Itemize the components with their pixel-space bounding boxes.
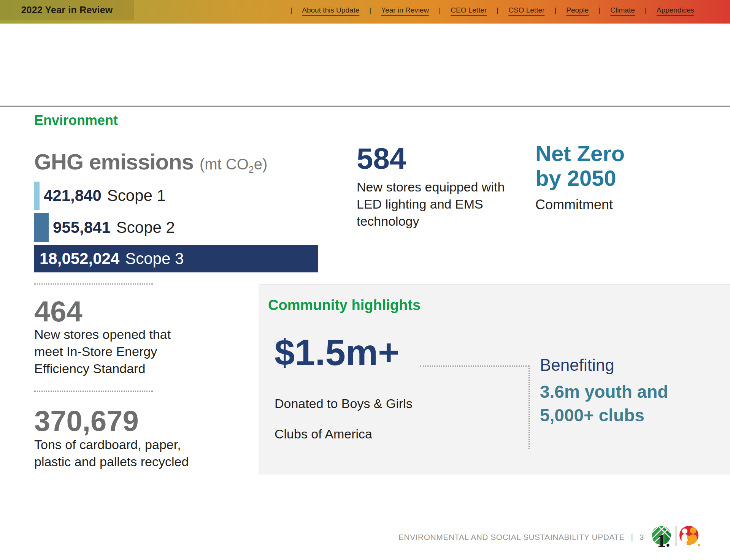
community-heading: Community highlights	[268, 297, 421, 313]
net-zero-caption: Commitment	[535, 197, 613, 213]
nav-link-ceo-letter[interactable]: CEO Letter	[451, 6, 487, 14]
ghg-unit: (mt CO2e)	[200, 156, 267, 175]
dotted-connector-horizontal	[420, 365, 529, 367]
section-divider	[0, 106, 730, 107]
nav-separator: |	[497, 6, 498, 14]
page-number: 3	[640, 533, 644, 541]
scope1-label: Scope 1	[107, 187, 166, 205]
nav-link-appendices[interactable]: Appendices	[657, 6, 694, 14]
family-dollar-logo	[679, 525, 701, 551]
top-bar: 2022 Year in Review | About this Update …	[0, 0, 730, 24]
ghg-bar-row-scope3: 18,052,024 Scope 3	[34, 245, 318, 272]
scope2-value: 955,841	[53, 218, 111, 237]
footer-label: ENVIRONMENTAL AND SOCIAL SUSTAINABILITY …	[398, 533, 625, 541]
stat-led-desc: New stores equipped with LED lighting an…	[357, 179, 505, 230]
net-zero-heading: Net Zero by 2050	[535, 141, 625, 191]
stat-led-value: 584	[357, 144, 406, 173]
top-navigation: | About this Update | Year in Review | C…	[289, 0, 703, 20]
footer: ENVIRONMENTAL AND SOCIAL SUSTAINABILITY …	[398, 533, 644, 542]
dotted-connector-vertical	[528, 365, 530, 449]
stat-new-stores-value: 464	[34, 297, 83, 326]
dotted-divider	[34, 391, 153, 392]
donation-description: Donated to Boys & Girls Clubs of America	[275, 388, 413, 449]
nav-link-cso-letter[interactable]: CSO Letter	[508, 6, 544, 14]
benefit-stats: 3.6m youth and 5,000+ clubs	[540, 380, 668, 427]
ghg-bar-row-scope2: 955,841 Scope 2	[34, 213, 175, 242]
nav-link-about-this-update[interactable]: About this Update	[302, 6, 359, 14]
net-zero-line2: by 2050	[535, 166, 625, 191]
dotted-divider	[34, 283, 153, 285]
ghg-emissions-title: GHG emissions (mt CO2e)	[34, 149, 267, 175]
nav-separator: |	[439, 6, 441, 14]
scope3-value: 18,052,024	[40, 250, 119, 268]
donation-amount: $1.5m+	[275, 334, 399, 371]
stat-new-stores-desc: New stores opened that meet In-Store Ene…	[34, 326, 175, 377]
donation-line2: Clubs of America	[275, 419, 413, 449]
stat-recycled-value: 370,679	[34, 407, 139, 435]
stat-recycled-desc: Tons of cardboard, paper, plastic and pa…	[34, 436, 213, 470]
scope1-value: 421,840	[44, 187, 102, 205]
scope1-bar	[34, 182, 40, 210]
nav-separator: |	[645, 6, 647, 14]
nav-separator: |	[598, 6, 600, 14]
nav-link-people[interactable]: People	[566, 6, 589, 14]
donation-line1: Donated to Boys & Girls	[275, 388, 413, 419]
benefit-line1: 3.6m youth and	[540, 380, 668, 403]
environment-section-label: Environment	[34, 112, 118, 128]
net-zero-line1: Net Zero	[535, 141, 625, 166]
dollar-tree-logo: 1.	[651, 525, 673, 551]
svg-text:1.: 1.	[657, 531, 670, 549]
nav-separator: |	[369, 6, 371, 14]
logo-divider	[676, 526, 676, 546]
benefiting-label: Benefiting	[540, 356, 614, 375]
report-title: 2022 Year in Review	[21, 5, 113, 16]
ghg-title-text: GHG emissions	[34, 149, 194, 174]
scope2-bar	[34, 213, 49, 242]
footer-separator: |	[631, 533, 633, 541]
scope3-label: Scope 3	[125, 250, 184, 268]
report-title-box: 2022 Year in Review	[0, 0, 134, 20]
ghg-unit-subscript: 2	[249, 164, 254, 175]
scope2-label: Scope 2	[116, 218, 175, 237]
benefit-line2: 5,000+ clubs	[540, 403, 668, 427]
nav-link-climate[interactable]: Climate	[610, 6, 635, 14]
report-page: 2022 Year in Review | About this Update …	[0, 0, 730, 560]
ghg-bar-row-scope1: 421,840 Scope 1	[34, 182, 166, 210]
nav-separator: |	[554, 6, 556, 14]
nav-link-year-in-review[interactable]: Year in Review	[381, 6, 429, 14]
nav-separator: |	[290, 6, 292, 14]
